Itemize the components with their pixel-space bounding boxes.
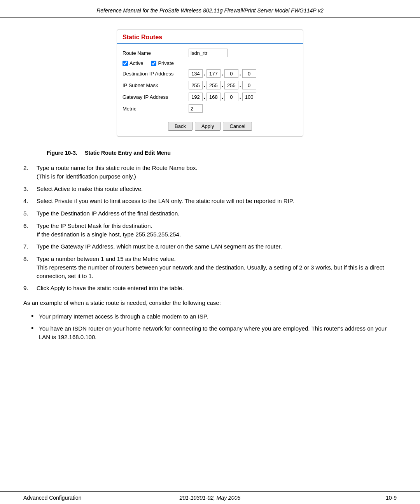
gateway-octet-3[interactable] bbox=[224, 93, 238, 101]
list-item: 2. Type a route name for this static rou… bbox=[23, 164, 397, 181]
gateway-dot-3: . bbox=[239, 94, 242, 100]
subnet-dot-1: . bbox=[203, 82, 206, 88]
footer-left-text: Advanced Configuration bbox=[23, 495, 81, 501]
dest-ip-field: . . . bbox=[189, 69, 256, 78]
private-label: Private bbox=[158, 60, 173, 66]
subnet-octet-2[interactable] bbox=[206, 81, 220, 89]
page-footer: Advanced Configuration 201-10301-02, May… bbox=[0, 491, 420, 504]
list-num: 7. bbox=[23, 242, 37, 251]
bullet-dot: • bbox=[31, 312, 39, 321]
list-item: • Your primary Internet access is throug… bbox=[31, 312, 397, 321]
list-num: 5. bbox=[23, 209, 37, 218]
dest-ip-octet-4[interactable] bbox=[242, 69, 256, 78]
static-routes-form: Static Routes Route Name Activ bbox=[117, 30, 303, 136]
form-title: Static Routes bbox=[122, 34, 162, 40]
subnet-ip-field: . . . bbox=[189, 81, 256, 89]
route-name-input[interactable] bbox=[189, 49, 228, 57]
subnet-dot-2: . bbox=[221, 82, 224, 88]
list-item: 8. Type a number between 1 and 15 as the… bbox=[23, 255, 397, 280]
list-item: • You have an ISDN router on your home n… bbox=[31, 324, 397, 341]
bullet-list: • Your primary Internet access is throug… bbox=[31, 312, 397, 341]
gateway-dot-1: . bbox=[203, 94, 206, 100]
dest-ip-octet-3[interactable] bbox=[224, 69, 238, 78]
active-label: Active bbox=[130, 60, 143, 66]
active-checkbox-label[interactable]: Active bbox=[122, 60, 143, 66]
list-content: Type a route name for this static route … bbox=[37, 164, 397, 181]
gateway-dot-2: . bbox=[221, 94, 224, 100]
list-content: Type a number between 1 and 15 as the Me… bbox=[37, 255, 397, 280]
list-content: Type the Destination IP Address of the f… bbox=[37, 209, 397, 218]
checkbox-row: Active Private bbox=[122, 60, 298, 66]
gateway-ip-field: . . . bbox=[189, 93, 256, 101]
dest-ip-dot-2: . bbox=[221, 70, 224, 77]
gateway-control: . . . bbox=[189, 93, 298, 101]
dest-ip-dot-3: . bbox=[239, 70, 242, 77]
list-item: 4. Select Private if you want to limit a… bbox=[23, 197, 397, 205]
subnet-row: IP Subnet Mask . . . bbox=[122, 81, 298, 89]
list-num: 6. bbox=[23, 222, 37, 239]
subnet-label: IP Subnet Mask bbox=[122, 82, 189, 88]
dest-ip-octet-2[interactable] bbox=[206, 69, 220, 78]
metric-row: Metric bbox=[122, 104, 298, 113]
list-content: Type the IP Subnet Mask for this destina… bbox=[37, 222, 397, 239]
intro-paragraph: As an example of when a static route is … bbox=[23, 299, 397, 308]
form-body: Route Name Active Private bbox=[117, 44, 303, 136]
dest-ip-row: Destination IP Address . . . bbox=[122, 69, 298, 78]
list-num: 2. bbox=[23, 164, 37, 181]
active-checkbox[interactable] bbox=[122, 61, 128, 66]
list-content: Select Private if you want to limit acce… bbox=[37, 197, 397, 205]
page-header: Reference Manual for the ProSafe Wireles… bbox=[0, 0, 420, 18]
figure-title: Static Route Entry and Edit Menu bbox=[79, 150, 170, 156]
back-button[interactable]: Back bbox=[168, 122, 192, 131]
dest-ip-octet-1[interactable] bbox=[189, 69, 203, 78]
private-checkbox[interactable] bbox=[151, 61, 156, 66]
apply-button[interactable]: Apply bbox=[195, 122, 221, 131]
list-item: 9. Click Apply to have the static route … bbox=[23, 284, 397, 292]
header-text: Reference Manual for the ProSafe Wireles… bbox=[96, 7, 324, 14]
list-content: Click Apply to have the static route ent… bbox=[37, 284, 397, 292]
dest-ip-label: Destination IP Address bbox=[122, 71, 189, 77]
gateway-octet-2[interactable] bbox=[206, 93, 220, 101]
metric-input[interactable] bbox=[189, 104, 203, 113]
list-num: 3. bbox=[23, 185, 37, 193]
subnet-octet-3[interactable] bbox=[224, 81, 238, 89]
cancel-button[interactable]: Cancel bbox=[223, 122, 252, 131]
form-divider bbox=[122, 116, 298, 116]
route-name-label: Route Name bbox=[122, 50, 189, 56]
subnet-octet-4[interactable] bbox=[242, 81, 256, 89]
list-num: 9. bbox=[23, 284, 37, 292]
route-name-row: Route Name bbox=[122, 49, 298, 57]
list-item: 6. Type the IP Subnet Mask for this dest… bbox=[23, 222, 397, 239]
numbered-list: 2. Type a route name for this static rou… bbox=[23, 164, 397, 292]
list-item: 7. Type the Gateway IP Address, which mu… bbox=[23, 242, 397, 251]
gateway-octet-1[interactable] bbox=[189, 93, 203, 101]
list-item: 5. Type the Destination IP Address of th… bbox=[23, 209, 397, 218]
figure-caption: Figure 10-3. Static Route Entry and Edit… bbox=[47, 150, 397, 156]
gateway-label: Gateway IP Address bbox=[122, 94, 189, 100]
gateway-row: Gateway IP Address . . . bbox=[122, 93, 298, 101]
list-item: 3. Select Active to make this route effe… bbox=[23, 185, 397, 193]
main-content: Static Routes Route Name Activ bbox=[0, 18, 420, 357]
list-content: Select Active to make this route effecti… bbox=[37, 185, 397, 193]
bullet-text: Your primary Internet access is through … bbox=[39, 312, 208, 321]
footer-right-text: 10-9 bbox=[386, 495, 397, 501]
list-content: Type the Gateway IP Address, which must … bbox=[37, 242, 397, 251]
list-num: 4. bbox=[23, 197, 37, 205]
subnet-dot-3: . bbox=[239, 82, 242, 88]
metric-control bbox=[189, 104, 298, 113]
private-checkbox-label[interactable]: Private bbox=[151, 60, 173, 66]
subnet-control: . . . bbox=[189, 81, 298, 89]
list-num: 8. bbox=[23, 255, 37, 280]
bullet-dot: • bbox=[31, 324, 39, 341]
route-name-control bbox=[189, 49, 298, 57]
form-title-bar: Static Routes bbox=[117, 30, 303, 44]
subnet-octet-1[interactable] bbox=[189, 81, 203, 89]
page: Reference Manual for the ProSafe Wireles… bbox=[0, 0, 420, 504]
metric-label: Metric bbox=[122, 106, 189, 112]
dest-ip-dot-1: . bbox=[203, 70, 206, 77]
footer-center-text: 201-10301-02, May 2005 bbox=[180, 495, 240, 501]
bullet-text: You have an ISDN router on your home net… bbox=[39, 324, 397, 341]
button-row: Back Apply Cancel bbox=[122, 119, 298, 132]
dest-ip-control: . . . bbox=[189, 69, 298, 78]
gateway-octet-4[interactable] bbox=[242, 93, 256, 101]
